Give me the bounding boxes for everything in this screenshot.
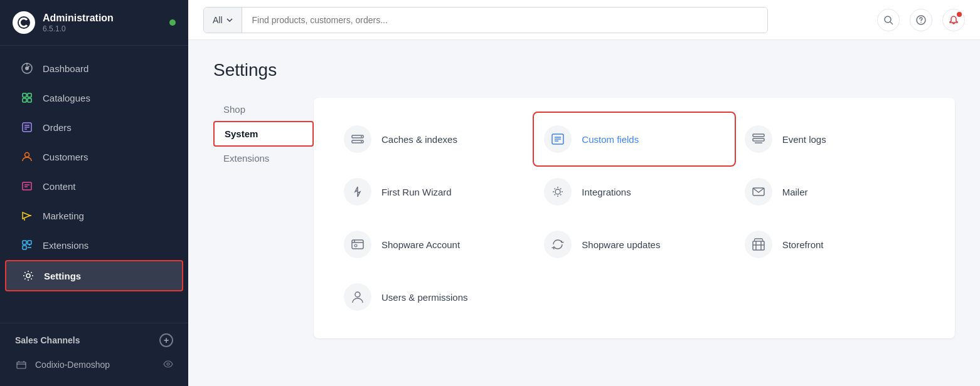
first-run-wizard-label: First Run Wizard	[381, 187, 452, 197]
sidebar-item-label: Catalogues	[43, 93, 90, 103]
caches-label: Caches & indexes	[381, 134, 457, 145]
chevron-down-icon	[226, 18, 233, 22]
notification-dot	[957, 12, 962, 17]
settings-nav-shop[interactable]: Shop	[213, 98, 314, 121]
settings-item-custom-fields[interactable]: Custom fields	[534, 113, 734, 165]
svg-line-30	[890, 22, 893, 24]
sidebar-item-catalogues[interactable]: Catalogues	[5, 83, 183, 112]
sales-channels-label: Sales Channels	[15, 335, 80, 345]
shop-name: Codixio-Demoshop	[35, 360, 110, 370]
help-button[interactable]	[910, 9, 932, 31]
svg-rect-5	[23, 93, 26, 97]
svg-rect-41	[753, 134, 764, 137]
mailer-label: Mailer	[782, 187, 808, 197]
settings-item-caches-indexes[interactable]: Caches & indexes	[334, 113, 534, 165]
event-logs-icon	[745, 125, 772, 153]
sidebar: Administration 6.5.1.0 Dashboard	[0, 0, 188, 386]
users-permissions-icon	[344, 283, 371, 311]
page-title: Settings	[213, 60, 955, 80]
svg-rect-7	[23, 98, 26, 102]
svg-point-32	[920, 21, 922, 23]
event-logs-label: Event logs	[782, 134, 826, 145]
settings-item-mailer[interactable]: Mailer	[735, 165, 935, 218]
sidebar-item-settings[interactable]: Settings	[5, 260, 183, 291]
settings-item-shopware-updates[interactable]: Shopware updates	[534, 218, 734, 271]
sidebar-item-label: Settings	[44, 271, 81, 281]
marketing-icon	[20, 209, 34, 222]
svg-rect-6	[28, 93, 31, 97]
shop-icon	[15, 358, 28, 371]
svg-point-49	[354, 244, 357, 247]
svg-rect-50	[753, 241, 764, 250]
svg-point-23	[26, 274, 30, 278]
extensions-icon	[20, 238, 34, 252]
svg-rect-46	[352, 240, 363, 249]
shopware-updates-icon	[544, 231, 572, 258]
catalogues-icon	[20, 91, 34, 105]
svg-point-29	[885, 16, 891, 23]
sidebar-item-orders[interactable]: Orders	[5, 113, 183, 142]
page-content: Settings Shop System Extensions	[188, 40, 980, 386]
sidebar-item-dashboard[interactable]: Dashboard	[5, 54, 183, 83]
svg-line-4	[28, 66, 30, 68]
content-icon	[20, 179, 34, 193]
storefront-label: Storefront	[782, 239, 824, 250]
sidebar-item-label: Extensions	[43, 240, 88, 251]
settings-item-first-run-wizard[interactable]: First Run Wizard	[334, 165, 534, 218]
settings-nav-system[interactable]: System	[213, 121, 314, 147]
help-icon	[916, 15, 926, 25]
search-button[interactable]	[877, 9, 900, 31]
sales-channels-section: Sales Channels +	[15, 333, 173, 347]
search-filter-button[interactable]: All	[204, 8, 242, 33]
settings-item-users-permissions[interactable]: Users & permissions	[334, 271, 534, 323]
sidebar-item-content[interactable]: Content	[5, 172, 183, 201]
filter-label: All	[213, 15, 223, 25]
svg-rect-8	[28, 98, 31, 102]
app-logo	[13, 11, 35, 34]
main-content: All	[188, 0, 980, 386]
svg-point-13	[25, 153, 29, 157]
settings-item-shopware-account[interactable]: Shopware Account	[334, 218, 534, 271]
settings-item-event-logs[interactable]: Event logs	[735, 113, 935, 165]
topbar-actions	[877, 9, 965, 31]
settings-nav-extensions[interactable]: Extensions	[213, 147, 314, 170]
notification-button[interactable]	[942, 9, 965, 31]
sidebar-item-extensions[interactable]: Extensions	[5, 231, 183, 259]
sidebar-footer: Sales Channels + Codixio-Demoshop	[0, 323, 188, 386]
svg-point-44	[555, 189, 560, 194]
topbar: All	[188, 0, 980, 40]
eye-icon[interactable]	[163, 359, 173, 371]
sidebar-header: Administration 6.5.1.0	[0, 0, 188, 46]
svg-point-35	[361, 136, 362, 137]
sidebar-item-label: Marketing	[43, 211, 84, 221]
search-input[interactable]	[242, 8, 767, 33]
app-version: 6.5.1.0	[43, 24, 114, 33]
settings-card: Caches & indexes Custom fields	[314, 98, 955, 338]
app-name: Administration	[43, 12, 114, 24]
shop-item[interactable]: Codixio-Demoshop	[15, 353, 173, 376]
dashboard-icon	[20, 61, 34, 75]
sidebar-nav: Dashboard Catalogues	[0, 46, 188, 323]
sidebar-item-customers[interactable]: Customers	[5, 142, 183, 171]
search-icon	[883, 15, 893, 25]
custom-fields-icon	[544, 125, 572, 153]
svg-rect-20	[23, 241, 26, 244]
settings-item-integrations[interactable]: Integrations	[534, 165, 734, 218]
settings-grid: Caches & indexes Custom fields	[334, 113, 935, 323]
first-run-wizard-icon	[344, 178, 371, 206]
mailer-icon	[745, 178, 772, 206]
sidebar-item-label: Orders	[43, 122, 72, 133]
storefront-icon	[745, 231, 772, 258]
svg-rect-24	[17, 362, 26, 368]
sidebar-item-label: Customers	[43, 152, 88, 162]
add-sales-channel-button[interactable]: +	[159, 333, 173, 347]
sidebar-item-marketing[interactable]: Marketing	[5, 201, 183, 230]
shopware-account-icon	[344, 231, 371, 258]
orders-icon	[20, 120, 34, 134]
shopware-account-label: Shopware Account	[381, 239, 460, 250]
svg-point-28	[167, 363, 169, 365]
svg-marker-17	[23, 212, 30, 219]
settings-item-storefront[interactable]: Storefront	[735, 218, 935, 271]
settings-icon	[21, 269, 35, 283]
sidebar-item-label: Content	[43, 181, 76, 192]
